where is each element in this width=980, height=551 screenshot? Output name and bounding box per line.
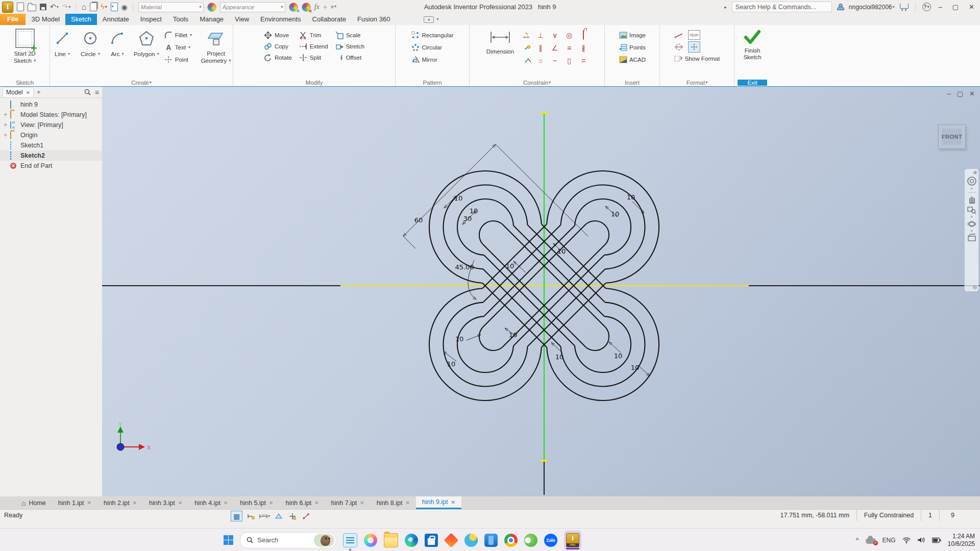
edge-browser-icon[interactable] bbox=[405, 534, 418, 547]
start-2d-sketch-button[interactable]: Start 2D Sketch bbox=[7, 27, 43, 64]
driven-dimension-icon[interactable]: H(x)H bbox=[688, 30, 700, 40]
navigation-wheel-icon[interactable] bbox=[967, 176, 977, 186]
stretch-button[interactable]: Stretch bbox=[335, 41, 364, 52]
tab-manage[interactable]: Manage bbox=[194, 14, 229, 25]
tangent-constraint-icon[interactable]: ○ bbox=[538, 57, 543, 65]
taskbar-search[interactable]: Search bbox=[240, 532, 336, 548]
clear-appearance-icon[interactable] bbox=[302, 3, 311, 12]
insert-image-button[interactable]: Image bbox=[619, 30, 646, 40]
ribbon-display-options[interactable]: ▴ bbox=[424, 16, 438, 25]
symmetric-constraint-icon[interactable]: ∦ bbox=[582, 44, 585, 52]
chrome-browser-icon[interactable] bbox=[504, 534, 518, 547]
new-file-icon[interactable] bbox=[17, 3, 24, 11]
store-cart-icon[interactable] bbox=[900, 4, 909, 9]
tab-close-icon[interactable]: ✕ bbox=[360, 500, 364, 506]
user-account-menu[interactable]: nngocloi982006 bbox=[849, 4, 895, 11]
tab-close-icon[interactable]: ✕ bbox=[133, 500, 137, 506]
centerline-icon[interactable] bbox=[674, 42, 683, 51]
tree-item-model-states[interactable]: + Model States: [Primary] bbox=[0, 110, 102, 120]
window-close-button[interactable]: ✕ bbox=[966, 3, 977, 11]
navbar-caret[interactable]: ▾ bbox=[971, 230, 973, 233]
tab-close-icon[interactable]: ✕ bbox=[178, 500, 182, 506]
equal-constraint-icon[interactable]: = bbox=[581, 57, 585, 65]
doc-restore-icon[interactable]: ▢ bbox=[957, 90, 963, 97]
doc-minimize-icon[interactable]: – bbox=[947, 90, 951, 97]
split-button[interactable]: Split bbox=[299, 52, 328, 63]
browser-search-icon[interactable] bbox=[84, 89, 91, 95]
dim-label-60[interactable]: 60 bbox=[414, 216, 423, 224]
panel-label-constrain[interactable]: Constrain bbox=[470, 80, 604, 86]
material-wheel-icon[interactable] bbox=[207, 3, 216, 12]
tree-item-sketch1[interactable]: Sketch1 bbox=[0, 140, 102, 151]
doc-tab-hinh5[interactable]: hinh 5.ipt✕ bbox=[234, 496, 279, 509]
tab-annotate[interactable]: Annotate bbox=[97, 14, 135, 25]
browser-menu-icon[interactable]: ≡ bbox=[95, 88, 99, 96]
dim-label-10[interactable]: 10 bbox=[557, 247, 566, 255]
dim-label-10[interactable]: 10 bbox=[611, 210, 620, 218]
panel-label-insert[interactable]: Insert bbox=[605, 80, 659, 86]
coincident-constraint-icon[interactable]: ⊥ bbox=[537, 31, 544, 39]
navbar-close-icon[interactable]: ⊗ bbox=[973, 170, 978, 175]
trim-button[interactable]: Trim bbox=[299, 30, 328, 40]
dim-label-10[interactable]: 10 bbox=[614, 352, 623, 360]
zoom-window-icon[interactable] bbox=[967, 205, 976, 214]
point-button[interactable]: Point bbox=[164, 54, 192, 65]
dim-label-30[interactable]: 30 bbox=[463, 215, 472, 222]
inventor-taskbar-icon[interactable]: IPRO bbox=[564, 531, 581, 550]
view-cube-front-face[interactable]: FRONT bbox=[939, 125, 965, 148]
home-view-icon[interactable]: ⌂ bbox=[82, 4, 87, 11]
dim-label-45[interactable]: 45.00 bbox=[455, 263, 474, 271]
browser-tab-model[interactable]: Model ✕ bbox=[3, 87, 34, 97]
mirror-button[interactable]: Mirror bbox=[411, 54, 453, 65]
diamond-app-icon[interactable] bbox=[444, 533, 459, 547]
qat-options-icon[interactable]: ≡ bbox=[331, 3, 336, 11]
line-button[interactable]: Line bbox=[50, 27, 75, 58]
doc-tab-hinh4[interactable]: hinh 4.ipt✕ bbox=[188, 496, 234, 509]
save-icon[interactable] bbox=[40, 4, 46, 10]
tab-close-icon[interactable]: ✕ bbox=[224, 500, 228, 506]
tab-close-icon[interactable]: ✕ bbox=[314, 500, 318, 506]
help-search-input[interactable]: Search Help & Commands... bbox=[732, 2, 832, 12]
navbar-caret[interactable]: ▾ bbox=[971, 187, 973, 190]
auto-dimension-icon[interactable]: ϟ bbox=[522, 31, 531, 39]
doc-tab-home[interactable]: ⌂ Home bbox=[15, 496, 52, 509]
panel-label-format[interactable]: Format bbox=[660, 80, 734, 86]
copy-paste-icon[interactable] bbox=[90, 3, 97, 11]
window-restore-button[interactable]: ▢ bbox=[950, 3, 961, 11]
parameters-fx-icon[interactable]: fx bbox=[314, 3, 320, 11]
expand-icon[interactable]: + bbox=[3, 111, 8, 118]
file-explorer-icon[interactable] bbox=[384, 533, 398, 547]
smooth-constraint-icon[interactable]: ~ bbox=[553, 57, 557, 65]
text-button[interactable]: A Text bbox=[164, 42, 192, 53]
doc-tab-hinh8[interactable]: hinh 8.ipt✕ bbox=[371, 496, 416, 509]
clock[interactable]: 1:24 AM 10/6/2025 bbox=[948, 533, 975, 548]
dim-label-10[interactable]: 10 bbox=[509, 331, 518, 339]
open-file-icon[interactable] bbox=[28, 5, 36, 11]
tree-item-sketch2[interactable]: Sketch2 bbox=[0, 151, 102, 161]
expand-icon[interactable]: + bbox=[3, 132, 8, 139]
volume-icon[interactable] bbox=[917, 537, 925, 543]
vertical-constraint-icon[interactable]: ▯ bbox=[567, 57, 571, 65]
wifi-icon[interactable] bbox=[902, 537, 911, 543]
browser-tab-close-icon[interactable]: ✕ bbox=[26, 90, 30, 95]
sketch-canvas[interactable]: 60 10 10 30 45.00 10 10 10 10 10 10 10 1… bbox=[102, 87, 980, 496]
pan-hand-icon[interactable] bbox=[967, 195, 976, 204]
show-format-button[interactable]: Show Format bbox=[674, 53, 720, 64]
tab-environments[interactable]: Environments bbox=[255, 14, 306, 25]
tab-collaborate[interactable]: Collaborate bbox=[307, 14, 352, 25]
look-at-icon[interactable] bbox=[967, 234, 976, 242]
panel-label-create[interactable]: Create bbox=[50, 80, 233, 86]
insert-acad-button[interactable]: ACAD bbox=[619, 54, 646, 65]
project-geometry-button[interactable]: Project Geometry bbox=[199, 27, 233, 64]
phone-link-icon[interactable] bbox=[484, 534, 498, 547]
doc-tab-hinh3[interactable]: hinh 3.ipt✕ bbox=[143, 496, 188, 509]
panel-label-sketch[interactable]: Sketch bbox=[0, 80, 50, 86]
constraint-inference-toggle[interactable] bbox=[246, 511, 256, 521]
center-point-icon[interactable] bbox=[688, 41, 700, 53]
copilot-app-icon[interactable] bbox=[364, 534, 377, 547]
parallel-constraint-icon[interactable]: ∥ bbox=[539, 44, 543, 52]
add-qat-icon[interactable]: + bbox=[323, 4, 327, 11]
panel-label-pattern[interactable]: Pattern bbox=[396, 80, 469, 86]
circle-button[interactable]: Circle bbox=[78, 27, 103, 58]
perpendicular-constraint-icon[interactable]: ∠ bbox=[552, 44, 558, 52]
